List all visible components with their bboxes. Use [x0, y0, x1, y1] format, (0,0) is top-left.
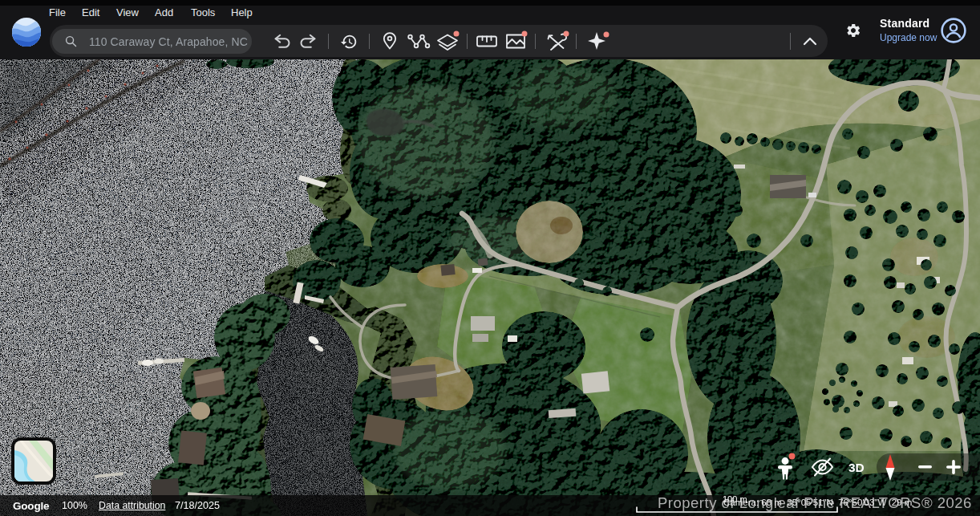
- svg-text:3D: 3D: [848, 461, 865, 474]
